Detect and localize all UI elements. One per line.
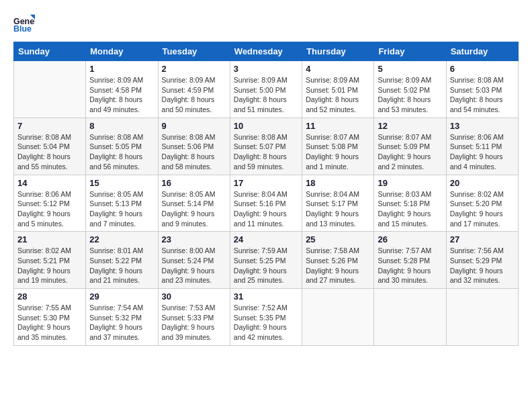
column-header-wednesday: Wednesday bbox=[230, 42, 302, 61]
day-info: Sunrise: 7:58 AM Sunset: 5:26 PM Dayligh… bbox=[306, 246, 370, 285]
day-info: Sunrise: 8:09 AM Sunset: 4:58 PM Dayligh… bbox=[89, 75, 154, 115]
column-header-thursday: Thursday bbox=[302, 42, 374, 61]
day-info: Sunrise: 8:06 AM Sunset: 5:12 PM Dayligh… bbox=[17, 189, 82, 229]
date-number: 21 bbox=[17, 234, 82, 244]
calendar-cell: 30Sunrise: 7:53 AM Sunset: 5:33 PM Dayli… bbox=[158, 289, 230, 346]
week-row-2: 7Sunrise: 8:08 AM Sunset: 5:04 PM Daylig… bbox=[14, 118, 519, 175]
calendar-cell: 21Sunrise: 8:02 AM Sunset: 5:21 PM Dayli… bbox=[14, 232, 86, 289]
date-number: 25 bbox=[306, 234, 370, 244]
column-header-saturday: Saturday bbox=[446, 42, 518, 61]
calendar-cell: 2Sunrise: 8:09 AM Sunset: 4:59 PM Daylig… bbox=[158, 61, 230, 118]
day-info: Sunrise: 8:09 AM Sunset: 4:59 PM Dayligh… bbox=[162, 75, 226, 115]
calendar-cell: 1Sunrise: 8:09 AM Sunset: 4:58 PM Daylig… bbox=[86, 61, 158, 118]
calendar-cell: 27Sunrise: 7:56 AM Sunset: 5:29 PM Dayli… bbox=[446, 232, 518, 289]
day-info: Sunrise: 8:01 AM Sunset: 5:22 PM Dayligh… bbox=[89, 246, 154, 285]
calendar-cell bbox=[14, 61, 86, 118]
day-info: Sunrise: 7:55 AM Sunset: 5:30 PM Dayligh… bbox=[17, 303, 82, 342]
logo-icon: General Blue bbox=[13, 13, 35, 35]
date-number: 30 bbox=[162, 291, 226, 302]
date-number: 1 bbox=[89, 64, 154, 74]
day-info: Sunrise: 8:04 AM Sunset: 5:17 PM Dayligh… bbox=[306, 189, 370, 229]
day-info: Sunrise: 8:09 AM Sunset: 5:00 PM Dayligh… bbox=[234, 75, 298, 115]
date-number: 12 bbox=[378, 121, 442, 131]
date-number: 20 bbox=[450, 178, 515, 188]
day-info: Sunrise: 8:07 AM Sunset: 5:08 PM Dayligh… bbox=[306, 132, 370, 172]
calendar-cell: 3Sunrise: 8:09 AM Sunset: 5:00 PM Daylig… bbox=[230, 61, 302, 118]
day-info: Sunrise: 8:09 AM Sunset: 5:02 PM Dayligh… bbox=[378, 75, 442, 115]
day-info: Sunrise: 8:08 AM Sunset: 5:05 PM Dayligh… bbox=[89, 132, 154, 172]
date-number: 14 bbox=[17, 178, 82, 188]
calendar-cell: 26Sunrise: 7:57 AM Sunset: 5:28 PM Dayli… bbox=[374, 232, 446, 289]
calendar-cell bbox=[374, 289, 446, 346]
day-info: Sunrise: 8:08 AM Sunset: 5:04 PM Dayligh… bbox=[17, 132, 82, 172]
calendar-cell: 10Sunrise: 8:08 AM Sunset: 5:07 PM Dayli… bbox=[230, 118, 302, 175]
day-info: Sunrise: 8:07 AM Sunset: 5:09 PM Dayligh… bbox=[378, 132, 442, 172]
date-number: 26 bbox=[378, 234, 442, 244]
calendar-cell bbox=[302, 289, 374, 346]
svg-text:Blue: Blue bbox=[13, 24, 32, 34]
date-number: 28 bbox=[17, 291, 82, 302]
calendar-cell: 11Sunrise: 8:07 AM Sunset: 5:08 PM Dayli… bbox=[302, 118, 374, 175]
calendar-cell: 16Sunrise: 8:05 AM Sunset: 5:14 PM Dayli… bbox=[158, 175, 230, 232]
week-row-1: 1Sunrise: 8:09 AM Sunset: 4:58 PM Daylig… bbox=[14, 61, 519, 118]
logo: General Blue bbox=[13, 13, 38, 35]
day-info: Sunrise: 7:56 AM Sunset: 5:29 PM Dayligh… bbox=[450, 246, 515, 285]
week-row-3: 14Sunrise: 8:06 AM Sunset: 5:12 PM Dayli… bbox=[14, 175, 519, 232]
calendar-cell: 25Sunrise: 7:58 AM Sunset: 5:26 PM Dayli… bbox=[302, 232, 374, 289]
day-info: Sunrise: 7:54 AM Sunset: 5:32 PM Dayligh… bbox=[89, 303, 154, 342]
page-header: General Blue bbox=[13, 13, 519, 35]
date-number: 29 bbox=[89, 291, 154, 302]
day-info: Sunrise: 8:09 AM Sunset: 5:01 PM Dayligh… bbox=[306, 75, 370, 115]
date-number: 18 bbox=[306, 178, 370, 188]
date-number: 10 bbox=[234, 121, 298, 131]
calendar-cell: 9Sunrise: 8:08 AM Sunset: 5:06 PM Daylig… bbox=[158, 118, 230, 175]
day-info: Sunrise: 8:08 AM Sunset: 5:03 PM Dayligh… bbox=[450, 75, 515, 115]
calendar-cell: 4Sunrise: 8:09 AM Sunset: 5:01 PM Daylig… bbox=[302, 61, 374, 118]
date-number: 4 bbox=[306, 64, 370, 74]
date-number: 19 bbox=[378, 178, 442, 188]
column-header-monday: Monday bbox=[86, 42, 158, 61]
date-number: 16 bbox=[162, 178, 226, 188]
column-header-friday: Friday bbox=[374, 42, 446, 61]
calendar-cell: 22Sunrise: 8:01 AM Sunset: 5:22 PM Dayli… bbox=[86, 232, 158, 289]
date-number: 6 bbox=[450, 64, 515, 74]
calendar-table: SundayMondayTuesdayWednesdayThursdayFrid… bbox=[13, 42, 519, 346]
calendar-cell: 17Sunrise: 8:04 AM Sunset: 5:16 PM Dayli… bbox=[230, 175, 302, 232]
day-info: Sunrise: 7:57 AM Sunset: 5:28 PM Dayligh… bbox=[378, 246, 442, 285]
date-number: 17 bbox=[234, 178, 298, 188]
day-info: Sunrise: 7:59 AM Sunset: 5:25 PM Dayligh… bbox=[234, 246, 298, 285]
date-number: 31 bbox=[234, 291, 298, 302]
day-info: Sunrise: 8:02 AM Sunset: 5:21 PM Dayligh… bbox=[17, 246, 82, 285]
date-number: 13 bbox=[450, 121, 515, 131]
week-row-4: 21Sunrise: 8:02 AM Sunset: 5:21 PM Dayli… bbox=[14, 232, 519, 289]
calendar-cell: 8Sunrise: 8:08 AM Sunset: 5:05 PM Daylig… bbox=[86, 118, 158, 175]
day-info: Sunrise: 7:52 AM Sunset: 5:35 PM Dayligh… bbox=[234, 303, 298, 342]
day-info: Sunrise: 8:03 AM Sunset: 5:18 PM Dayligh… bbox=[378, 189, 442, 229]
calendar-cell: 7Sunrise: 8:08 AM Sunset: 5:04 PM Daylig… bbox=[14, 118, 86, 175]
day-info: Sunrise: 7:53 AM Sunset: 5:33 PM Dayligh… bbox=[162, 303, 226, 342]
date-number: 15 bbox=[89, 178, 154, 188]
day-info: Sunrise: 8:04 AM Sunset: 5:16 PM Dayligh… bbox=[234, 189, 298, 229]
date-number: 8 bbox=[89, 121, 154, 131]
day-info: Sunrise: 8:08 AM Sunset: 5:06 PM Dayligh… bbox=[162, 132, 226, 172]
calendar-header-row: SundayMondayTuesdayWednesdayThursdayFrid… bbox=[14, 42, 519, 61]
calendar-cell bbox=[446, 289, 518, 346]
date-number: 24 bbox=[234, 234, 298, 244]
day-info: Sunrise: 8:06 AM Sunset: 5:11 PM Dayligh… bbox=[450, 132, 515, 172]
column-header-sunday: Sunday bbox=[14, 42, 86, 61]
day-info: Sunrise: 8:02 AM Sunset: 5:20 PM Dayligh… bbox=[450, 189, 515, 229]
calendar-cell: 12Sunrise: 8:07 AM Sunset: 5:09 PM Dayli… bbox=[374, 118, 446, 175]
date-number: 27 bbox=[450, 234, 515, 244]
date-number: 5 bbox=[378, 64, 442, 74]
calendar-cell: 28Sunrise: 7:55 AM Sunset: 5:30 PM Dayli… bbox=[14, 289, 86, 346]
column-header-tuesday: Tuesday bbox=[158, 42, 230, 61]
date-number: 2 bbox=[162, 64, 226, 74]
calendar-cell: 19Sunrise: 8:03 AM Sunset: 5:18 PM Dayli… bbox=[374, 175, 446, 232]
date-number: 22 bbox=[89, 234, 154, 244]
calendar-cell: 20Sunrise: 8:02 AM Sunset: 5:20 PM Dayli… bbox=[446, 175, 518, 232]
date-number: 23 bbox=[162, 234, 226, 244]
calendar-cell: 31Sunrise: 7:52 AM Sunset: 5:35 PM Dayli… bbox=[230, 289, 302, 346]
day-info: Sunrise: 8:00 AM Sunset: 5:24 PM Dayligh… bbox=[162, 246, 226, 285]
date-number: 7 bbox=[17, 121, 82, 131]
calendar-cell: 23Sunrise: 8:00 AM Sunset: 5:24 PM Dayli… bbox=[158, 232, 230, 289]
